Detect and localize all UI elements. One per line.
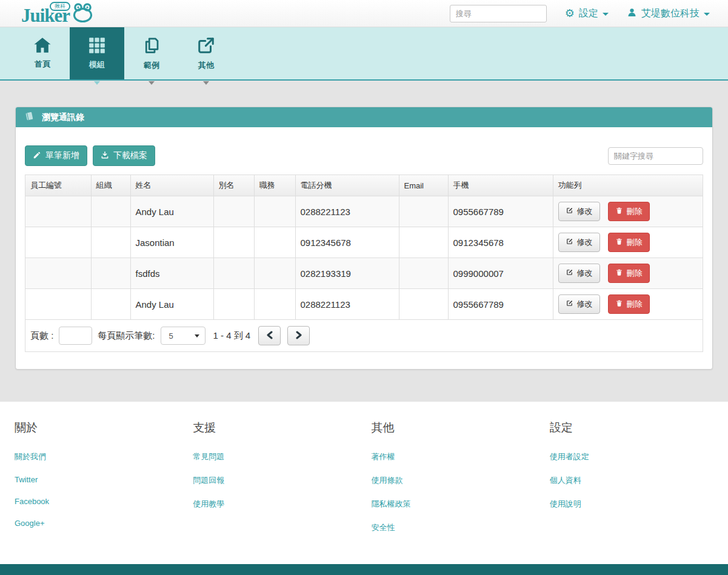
nav-item-examples[interactable]: 範例 <box>124 27 179 79</box>
footer-link-profile[interactable]: 個人資料 <box>550 475 728 486</box>
cell-alias <box>213 258 254 289</box>
delete-button-label: 刪除 <box>627 299 643 310</box>
cell-name: Andy Lau <box>130 196 213 227</box>
settings-menu[interactable]: ⚙ 設定 <box>565 7 609 20</box>
nav-item-label: 其他 <box>198 60 214 71</box>
nav-item-modules[interactable]: 模組 <box>70 27 124 79</box>
prev-page-button[interactable] <box>258 326 281 345</box>
user-icon <box>627 7 637 20</box>
footer-link-terms[interactable]: 使用條款 <box>372 475 550 486</box>
panel-body: 單筆新增 下載檔案 <box>16 145 712 369</box>
nav-item-label: 範例 <box>144 60 159 71</box>
add-single-button[interactable]: 單筆新增 <box>25 145 87 166</box>
cell-extension: 0288221123 <box>295 196 399 227</box>
col-header-mobile: 手機 <box>448 175 553 196</box>
table-row: Andy Lau 0288221123 0955667789 修改 <box>25 196 703 227</box>
delete-button[interactable]: 刪除 <box>608 233 650 252</box>
edit-button-label: 修改 <box>577 299 593 310</box>
footer-col-title: 支援 <box>193 420 371 436</box>
copyright-bar: © 2012-13 Juiker ITRI. <box>0 564 728 575</box>
edit-button[interactable]: 修改 <box>558 294 600 314</box>
toolbar: 單筆新增 下載檔案 <box>25 145 703 166</box>
page-number-input[interactable] <box>59 327 92 345</box>
logo-speech-bubble: 揪科 <box>50 2 70 12</box>
cell-org <box>91 289 130 320</box>
footer-col-other: 其他 著作權 使用條款 隱私權政策 安全性 <box>372 420 550 546</box>
trash-icon <box>615 299 623 309</box>
cell-employee-id <box>25 196 91 227</box>
col-header-org: 組織 <box>91 175 130 196</box>
footer-link-help[interactable]: 使用說明 <box>550 499 728 510</box>
footer-link-security[interactable]: 安全性 <box>372 522 550 533</box>
nav-dropdown-caret-icon <box>94 81 100 85</box>
footer-link-google-plus[interactable]: Google+ <box>15 519 193 528</box>
cell-extension: 0912345678 <box>295 227 399 258</box>
chevron-down-icon <box>603 13 609 16</box>
footer-link-user-settings[interactable]: 使用者設定 <box>550 451 728 462</box>
edit-icon <box>566 207 573 216</box>
download-icon <box>101 151 109 161</box>
cell-name: fsdfds <box>130 258 213 289</box>
footer-link-tutorial[interactable]: 使用教學 <box>193 499 371 510</box>
nav-item-other[interactable]: 其他 <box>179 27 233 79</box>
settings-menu-label: 設定 <box>579 7 598 20</box>
main-content: 瀏覽通訊錄 單筆新增 <box>0 81 728 402</box>
footer: 關於 關於我們 Twitter Facebook Google+ 支援 常見問題… <box>0 402 728 564</box>
cell-extension: 0288221123 <box>295 289 399 320</box>
cell-email <box>399 196 448 227</box>
cell-email <box>399 258 448 289</box>
download-file-button-label: 下載檔案 <box>113 150 147 161</box>
footer-col-settings: 設定 使用者設定 個人資料 使用說明 <box>550 420 728 546</box>
delete-button[interactable]: 刪除 <box>608 294 650 314</box>
edit-button[interactable]: 修改 <box>558 233 600 252</box>
footer-link-copyright[interactable]: 著作權 <box>372 451 550 462</box>
cell-title <box>254 196 295 227</box>
footer-link-about-us[interactable]: 關於我們 <box>15 451 193 462</box>
delete-button[interactable]: 刪除 <box>608 264 650 283</box>
edit-button-label: 修改 <box>577 237 593 248</box>
cell-title <box>254 289 295 320</box>
account-menu[interactable]: 艾堤數位科技 <box>627 7 710 20</box>
delete-button-label: 刪除 <box>627 206 643 217</box>
col-header-title: 職務 <box>254 175 295 196</box>
footer-link-report-issue[interactable]: 問題回報 <box>193 475 371 486</box>
footer-link-twitter[interactable]: Twitter <box>15 475 193 484</box>
cell-mobile: 0999000007 <box>448 258 553 289</box>
per-page-select[interactable]: 5 <box>161 327 205 345</box>
delete-button[interactable]: 刪除 <box>608 202 650 221</box>
footer-link-facebook[interactable]: Facebook <box>15 497 193 506</box>
edit-icon <box>566 238 573 247</box>
cell-alias <box>213 227 254 258</box>
footer-link-faq[interactable]: 常見問題 <box>193 451 371 462</box>
nav-dropdown-caret-icon <box>149 81 155 85</box>
cell-employee-id <box>25 258 91 289</box>
contacts-table-container: 員工編號 組織 姓名 別名 職務 電話分機 Email 手機 功能列 <box>25 174 703 352</box>
footer-col-about: 關於 關於我們 Twitter Facebook Google+ <box>15 420 193 546</box>
home-icon <box>33 37 52 53</box>
cell-actions: 修改 刪除 <box>553 227 703 258</box>
cell-org <box>91 258 130 289</box>
delete-button-label: 刪除 <box>627 237 643 248</box>
nav-item-label: 首頁 <box>35 59 50 70</box>
add-single-button-label: 單筆新增 <box>45 150 79 161</box>
table-row: fsdfds 0282193319 0999000007 修改 <box>25 258 703 289</box>
download-file-button[interactable]: 下載檔案 <box>93 145 155 166</box>
contacts-table: 員工編號 組織 姓名 別名 職務 電話分機 Email 手機 功能列 <box>25 175 703 320</box>
next-page-button[interactable] <box>287 326 310 345</box>
pencil-icon <box>33 151 41 161</box>
cell-actions: 修改 刪除 <box>553 196 703 227</box>
search-input[interactable] <box>450 5 547 22</box>
nav-item-home[interactable]: 首頁 <box>15 27 70 79</box>
footer-col-title: 關於 <box>15 420 193 436</box>
copy-pages-icon <box>142 36 161 55</box>
nav-item-label: 模組 <box>89 59 105 70</box>
main-nav: 首頁 模組 範例 其他 <box>0 27 728 81</box>
keyword-search-input[interactable] <box>608 147 703 165</box>
juiker-logo[interactable]: Juiker 揪科 <box>21 0 95 27</box>
footer-link-privacy[interactable]: 隱私權政策 <box>372 499 550 510</box>
contacts-panel: 瀏覽通訊錄 單筆新增 <box>15 107 713 370</box>
cell-alias <box>213 289 254 320</box>
edit-button[interactable]: 修改 <box>558 264 600 283</box>
trash-icon <box>615 238 623 247</box>
edit-button[interactable]: 修改 <box>558 202 600 221</box>
